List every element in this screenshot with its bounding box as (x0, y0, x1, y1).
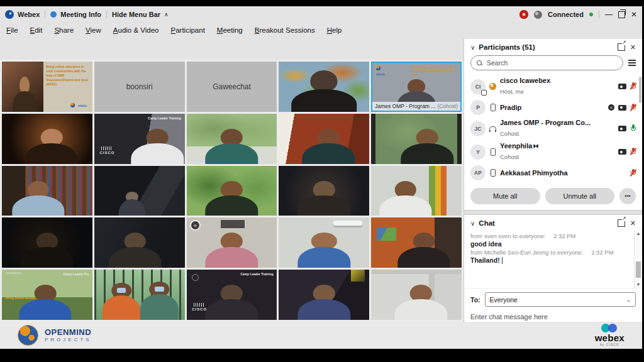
participants-scrollbar[interactable] (639, 77, 641, 103)
video-tile[interactable] (371, 166, 462, 216)
video-tile-active-speaker[interactable]: cisco Bring online education to rural co… (371, 62, 462, 112)
menu-participant[interactable]: Participant (171, 26, 205, 34)
video-tile[interactable] (279, 217, 369, 268)
person-silhouette (2, 270, 92, 320)
connected-label: Connected (548, 11, 584, 18)
mic-active-icon[interactable] (630, 124, 636, 133)
popout-icon[interactable] (618, 43, 625, 51)
chevron-down-icon: ⌄ (626, 297, 631, 303)
person-silhouette (371, 270, 462, 320)
sort-list-icon[interactable] (628, 60, 636, 61)
video-tile-boonsiri[interactable]: boonsiri (94, 62, 185, 112)
video-tile-gaweechat[interactable]: Gaweechat (187, 62, 277, 112)
popout-icon[interactable] (618, 219, 625, 227)
participants-list: CI cisco Icawebex Host, me P Pradip (464, 74, 642, 182)
avatar-initials: CI (475, 84, 481, 90)
message-meta: from sven sven to everyone: 2:32 PM (470, 233, 635, 239)
titlebar: Webex Meeting Info Hide Menu Bar ∧ Conne… (0, 6, 642, 23)
video-tile[interactable] (94, 166, 185, 216)
video-tile[interactable] (2, 217, 92, 268)
video-tile-worldmap-man[interactable] (279, 62, 369, 112)
video-tile[interactable] (94, 217, 185, 268)
chevron-down-icon[interactable]: ∨ (470, 44, 475, 51)
cisco-bars-icon (101, 146, 113, 150)
menu-breakout-sessions[interactable]: Breakout Sessions (255, 26, 315, 34)
video-tile[interactable] (279, 166, 369, 216)
video-tile[interactable] (279, 270, 369, 320)
app-brand: Webex (5, 10, 40, 19)
chevron-down-icon[interactable]: ∨ (470, 220, 475, 227)
person-silhouette (2, 114, 92, 164)
mic-muted-icon[interactable] (630, 82, 636, 90)
participant-row[interactable]: CI cisco Icawebex Host, me (469, 75, 637, 98)
person-silhouette (2, 217, 92, 268)
camera-icon[interactable] (618, 149, 626, 155)
message-meta: from Michelle Seo-Eun Jeong to everyone:… (470, 249, 635, 256)
chat-scrollbar[interactable]: ▲ ▼ (634, 230, 642, 288)
participant-name-label: boonsiri (126, 82, 153, 91)
menu-share[interactable]: Share (54, 26, 74, 34)
mic-muted-icon[interactable] (630, 104, 636, 112)
recipient-select[interactable]: Everyone ⌄ (485, 292, 636, 307)
scroll-thumb[interactable] (636, 261, 641, 278)
video-tile[interactable] (94, 270, 185, 320)
scroll-up-icon[interactable]: ▲ (635, 231, 642, 236)
meeting-info-button[interactable]: Meeting Info (50, 11, 101, 18)
mute-all-button[interactable]: Mute all (470, 188, 540, 204)
mobile-device-icon (491, 104, 496, 111)
video-tile[interactable] (371, 114, 462, 164)
unmute-all-button[interactable]: Unmute all (545, 188, 615, 204)
close-panel-icon[interactable]: ✕ (630, 44, 636, 51)
close-button[interactable]: ✕ (631, 11, 637, 18)
fist-reaction-icon (608, 104, 614, 111)
participant-row[interactable]: JC James OMP - Program Co... Cohost (469, 117, 637, 140)
video-tile[interactable] (371, 270, 462, 320)
video-tile[interactable] (2, 114, 92, 164)
hide-menu-bar-button[interactable]: Hide Menu Bar ∧ (112, 11, 169, 18)
mic-muted-icon[interactable] (630, 148, 636, 156)
to-label: To: (470, 296, 480, 304)
video-tile[interactable]: OPENMIND Camp Leader Tra Bring online ed… (2, 270, 92, 320)
openmind-globe-icon (18, 325, 38, 346)
participant-row[interactable]: Y Yeenphila Cohost (469, 140, 637, 163)
menu-meeting[interactable]: Meeting (217, 26, 243, 34)
minimize-button[interactable]: — (605, 11, 613, 18)
video-tile[interactable] (279, 114, 369, 164)
more-options-button[interactable]: ••• (619, 188, 636, 204)
video-tile[interactable]: Camp Leader Training CISCO (187, 270, 277, 320)
menu-file[interactable]: File (6, 26, 18, 34)
participant-row[interactable]: P Pradip (469, 98, 637, 117)
mic-muted-icon[interactable] (630, 169, 636, 177)
face-mask (117, 288, 126, 293)
person-silhouette (371, 114, 462, 164)
video-tile[interactable]: Camp Leader Training CISCO (94, 114, 185, 164)
camera-icon[interactable] (618, 126, 626, 131)
video-tile[interactable] (371, 217, 462, 268)
camera-icon[interactable] (618, 84, 626, 89)
face-mask (155, 287, 164, 292)
person-silhouette (187, 270, 277, 320)
scroll-down-icon[interactable]: ▼ (635, 282, 642, 287)
connection-status-icon[interactable] (534, 11, 542, 19)
video-tile[interactable] (187, 217, 277, 268)
video-tile[interactable] (187, 114, 277, 164)
hide-menu-bar-label: Hide Menu Bar (112, 11, 160, 18)
avatar: CI (470, 79, 486, 94)
person-silhouette (279, 114, 369, 164)
video-tile[interactable] (187, 166, 277, 216)
video-tile-presenter-slide[interactable]: Bring online education to rural communit… (2, 62, 92, 112)
divider (599, 11, 599, 18)
camera-icon[interactable] (618, 105, 626, 111)
search-input[interactable] (486, 58, 617, 67)
menu-audio-video[interactable]: Audio & Video (113, 26, 159, 34)
participant-search[interactable] (470, 55, 623, 70)
restore-button[interactable] (618, 11, 625, 18)
menu-help[interactable]: Help (327, 26, 342, 34)
recording-icon[interactable] (519, 10, 528, 19)
active-speaker-label: James OMP - Program ... (Cohost) (372, 102, 460, 111)
menu-edit[interactable]: Edit (30, 26, 43, 34)
close-panel-icon[interactable]: ✕ (630, 220, 636, 227)
menu-view[interactable]: View (86, 26, 101, 34)
video-tile[interactable] (2, 166, 92, 216)
participant-row[interactable]: AP Aekkasat Phimyotha (469, 163, 637, 182)
